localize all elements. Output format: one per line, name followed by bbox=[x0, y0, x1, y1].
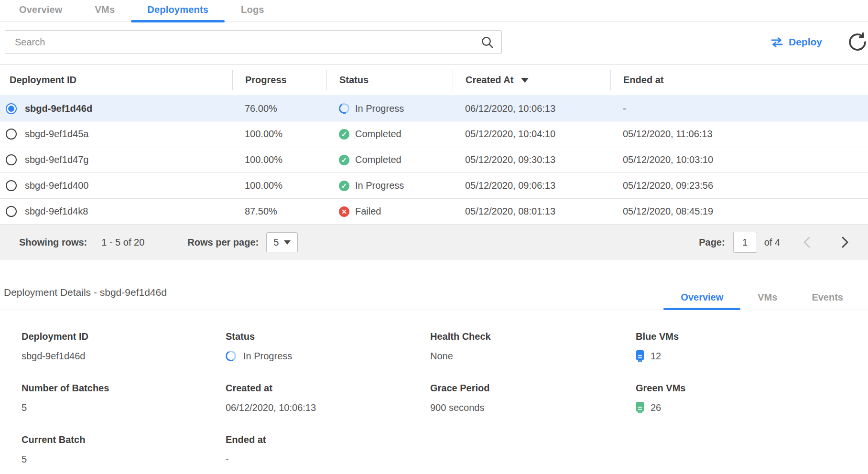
tab-deployments[interactable]: Deployments bbox=[131, 0, 225, 22]
field-value: - bbox=[226, 452, 430, 466]
col-header-created-at[interactable]: Created At bbox=[453, 70, 610, 90]
field-number-of-batches: Number of Batches 5 bbox=[22, 383, 226, 414]
status-check-icon bbox=[339, 155, 349, 165]
details-tab-overview[interactable]: Overview bbox=[663, 292, 740, 310]
field-label: Health Check bbox=[430, 331, 636, 342]
created-at-cell: 05/12/2020, 08:01:13 bbox=[453, 206, 610, 217]
deployments-table: Deployment ID Progress Status Created At… bbox=[0, 64, 868, 260]
field-green-vms: Green VMs 26 bbox=[636, 383, 868, 414]
deployment-id-cell: sbgd-9ef1d46d bbox=[25, 103, 92, 114]
details-grid: Deployment ID sbgd-9ef1d46d Status In Pr… bbox=[0, 310, 868, 466]
details-tab-vms[interactable]: VMs bbox=[740, 292, 794, 310]
details-title: Deployment Details - sbgd-9ef1d46d bbox=[4, 287, 167, 310]
status-text: Failed bbox=[355, 206, 381, 217]
field-value: 5 bbox=[22, 401, 226, 414]
field-label: Green VMs bbox=[636, 383, 868, 394]
row-radio[interactable] bbox=[6, 103, 17, 114]
search-box bbox=[5, 30, 502, 54]
progress-cell: 76.00% bbox=[232, 103, 326, 114]
field-value: 900 seconds bbox=[430, 401, 636, 414]
status-text: In Progress bbox=[355, 103, 404, 114]
rows-per-page-select[interactable]: 5 bbox=[266, 232, 298, 252]
table-row[interactable]: sbgd-9ef1d46d 76.00% In Progress 06/12/2… bbox=[0, 96, 868, 121]
previous-page-icon[interactable] bbox=[801, 234, 813, 250]
deployment-id-cell: sbgd-9ef1d400 bbox=[25, 180, 88, 191]
deploy-button[interactable]: Deploy bbox=[770, 36, 822, 48]
field-current-batch: Current Batch 5 bbox=[22, 434, 226, 466]
progress-cell: 100.00% bbox=[232, 154, 326, 165]
table-row[interactable]: sbgd-9ef1d47g 100.00% Completed 05/12/20… bbox=[0, 147, 868, 173]
swap-arrows-icon bbox=[770, 37, 783, 47]
status-text: In Progress bbox=[243, 351, 292, 362]
field-label: Number of Batches bbox=[22, 383, 226, 394]
created-at-cell: 06/12/2020, 10:06:13 bbox=[453, 103, 610, 114]
col-header-progress[interactable]: Progress bbox=[232, 70, 326, 90]
ended-at-cell: 05/12/2020, 10:03:10 bbox=[610, 154, 868, 165]
page-label: Page: bbox=[699, 237, 725, 248]
status-check-icon bbox=[339, 129, 349, 140]
refresh-icon[interactable] bbox=[847, 32, 868, 53]
details-tab-events[interactable]: Events bbox=[794, 292, 860, 310]
details-header: Deployment Details - sbgd-9ef1d46d Overv… bbox=[0, 287, 868, 310]
field-value: 06/12/2020, 10:06:13 bbox=[226, 401, 430, 414]
col-header-deployment-id[interactable]: Deployment ID bbox=[0, 75, 232, 86]
status-text: Completed bbox=[355, 154, 401, 165]
field-label: Current Batch bbox=[22, 434, 226, 445]
ended-at-cell: 05/12/2020, 08:45:19 bbox=[610, 206, 868, 217]
field-deployment-id: Deployment ID sbgd-9ef1d46d bbox=[22, 331, 226, 363]
status-text: Completed bbox=[355, 129, 401, 140]
col-header-ended-at[interactable]: Ended at bbox=[610, 70, 868, 90]
deployment-id-cell: sbgd-9ef1d4k8 bbox=[25, 206, 88, 217]
col-header-created-at-label: Created At bbox=[466, 75, 513, 86]
field-value: 12 bbox=[636, 349, 868, 363]
field-value: 5 bbox=[22, 452, 226, 466]
progress-cell: 100.00% bbox=[232, 129, 326, 140]
row-radio[interactable] bbox=[6, 154, 17, 165]
details-tabs: Overview VMs Events bbox=[663, 292, 860, 310]
created-at-cell: 05/12/2020, 09:30:13 bbox=[453, 154, 610, 165]
deploy-button-label: Deploy bbox=[789, 36, 822, 48]
row-radio[interactable] bbox=[6, 129, 17, 140]
tab-logs[interactable]: Logs bbox=[225, 0, 281, 22]
field-value: None bbox=[430, 349, 636, 363]
table-row[interactable]: sbgd-9ef1d400 100.00% In Progress 05/12/… bbox=[0, 173, 868, 199]
ended-at-cell: 05/12/2020, 11:06:13 bbox=[610, 129, 868, 140]
status-check-icon bbox=[339, 181, 349, 191]
field-label: Grace Period bbox=[430, 383, 636, 394]
field-label: Deployment ID bbox=[22, 331, 226, 342]
field-label: Ended at bbox=[226, 434, 430, 445]
col-header-status[interactable]: Status bbox=[326, 70, 453, 90]
next-page-icon[interactable] bbox=[839, 234, 851, 250]
row-radio[interactable] bbox=[6, 206, 17, 217]
created-at-cell: 05/12/2020, 09:06:13 bbox=[453, 180, 610, 191]
vm-count: 26 bbox=[651, 402, 661, 413]
vm-server-icon bbox=[636, 350, 644, 362]
tab-overview[interactable]: Overview bbox=[3, 0, 79, 22]
created-at-cell: 05/12/2020, 10:04:10 bbox=[453, 129, 610, 140]
sort-desc-icon[interactable] bbox=[521, 78, 529, 83]
showing-rows-value: 1 - 5 of 20 bbox=[101, 237, 144, 248]
field-label: Created at bbox=[226, 383, 430, 394]
table-header-row: Deployment ID Progress Status Created At… bbox=[0, 65, 868, 96]
main-tabs: Overview VMs Deployments Logs bbox=[0, 0, 868, 22]
page-total: of 4 bbox=[764, 237, 780, 248]
deployment-id-cell: sbgd-9ef1d45a bbox=[25, 129, 88, 140]
tab-vms[interactable]: VMs bbox=[79, 0, 131, 22]
status-text: In Progress bbox=[355, 180, 404, 191]
table-row[interactable]: sbgd-9ef1d4k8 87.50% Failed 05/12/2020, … bbox=[0, 199, 868, 225]
showing-rows-label: Showing rows: bbox=[19, 237, 87, 248]
ended-at-cell: 05/12/2020, 09:23:56 bbox=[610, 180, 868, 191]
field-created-at: Created at 06/12/2020, 10:06:13 bbox=[226, 383, 430, 414]
field-label: Blue VMs bbox=[636, 331, 868, 342]
status-spinner-icon bbox=[337, 102, 351, 115]
search-icon[interactable] bbox=[481, 36, 494, 49]
field-value: sbgd-9ef1d46d bbox=[22, 349, 226, 363]
page-number-input[interactable] bbox=[733, 232, 757, 253]
field-label: Status bbox=[226, 331, 430, 342]
toolbar: Deploy bbox=[0, 30, 868, 54]
search-input[interactable] bbox=[5, 37, 481, 48]
vm-count: 12 bbox=[651, 351, 661, 362]
row-radio[interactable] bbox=[6, 180, 17, 191]
table-row[interactable]: sbgd-9ef1d45a 100.00% Completed 05/12/20… bbox=[0, 121, 868, 147]
progress-cell: 100.00% bbox=[232, 180, 326, 191]
